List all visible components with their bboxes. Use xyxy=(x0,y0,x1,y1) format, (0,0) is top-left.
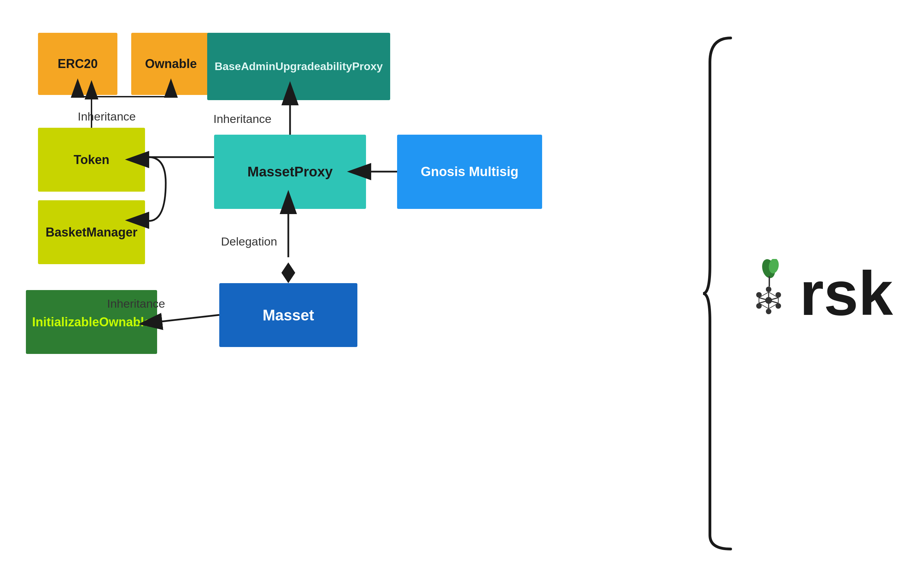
rsk-text: rsk xyxy=(800,262,893,325)
inheritance-top-left-label: Inheritance xyxy=(78,110,136,123)
gnosis-multisig-box: Gnosis Multisig xyxy=(397,135,542,209)
token-box: Token xyxy=(38,128,145,192)
masset-proxy-box: MassetProxy xyxy=(214,135,366,209)
svg-marker-7 xyxy=(281,262,295,283)
bracket-svg xyxy=(700,28,744,559)
rsk-logo: rsk xyxy=(744,259,893,328)
base-admin-proxy-label: BaseAdminUpgradeabilityProxy xyxy=(214,60,383,73)
base-admin-proxy-box: BaseAdminUpgradeabilityProxy xyxy=(207,33,390,100)
masset-box: Masset xyxy=(219,283,357,347)
token-label: Token xyxy=(74,153,109,167)
inheritance-bottom-label: Inheritance xyxy=(107,297,165,310)
basket-manager-box: BasketManager xyxy=(38,200,145,264)
svg-point-16 xyxy=(766,309,771,314)
initializable-ownable-label: InitializableOwnable xyxy=(32,315,151,330)
svg-line-8 xyxy=(159,315,219,322)
diagram-container: ERC20 Ownable Token BasketManager Initia… xyxy=(0,0,924,587)
erc20-box: ERC20 xyxy=(38,33,117,95)
gnosis-multisig-label: Gnosis Multisig xyxy=(421,164,519,179)
ownable-box: Ownable xyxy=(131,33,211,95)
rsk-network-icon xyxy=(744,259,793,328)
masset-label: Masset xyxy=(262,307,314,324)
basket-manager-label: BasketManager xyxy=(46,225,137,240)
delegation-label: Delegation xyxy=(221,235,277,248)
erc20-label: ERC20 xyxy=(58,57,98,71)
ownable-label: Ownable xyxy=(145,57,197,71)
inheritance-middle-label: Inheritance xyxy=(213,112,271,126)
svg-point-13 xyxy=(766,287,771,292)
masset-proxy-label: MassetProxy xyxy=(248,164,333,180)
